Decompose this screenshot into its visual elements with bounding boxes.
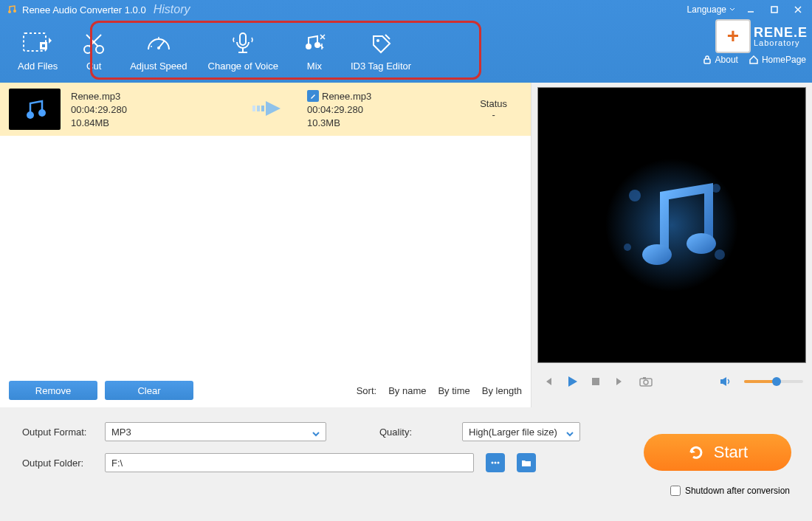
cut-icon <box>80 30 107 56</box>
remove-button[interactable]: Remove <box>9 381 97 400</box>
svg-rect-29 <box>252 106 255 111</box>
sort-label: Sort: <box>357 385 376 396</box>
preview-panel <box>531 83 812 407</box>
maximize-button[interactable] <box>766 4 782 15</box>
output-folder-input[interactable]: F:\ <box>105 453 474 472</box>
svg-point-35 <box>624 244 631 251</box>
svg-point-28 <box>38 109 46 117</box>
output-size: 10.3MB <box>307 117 410 128</box>
close-button[interactable] <box>790 4 806 15</box>
file-row[interactable]: Renee.mp3 00:04:29.280 10.84MB Renee.mp3… <box>0 83 531 136</box>
toolbar: Add Files Cut Adjust Speed Change of Voi… <box>0 18 812 83</box>
svg-point-22 <box>306 44 312 49</box>
svg-point-36 <box>715 249 725 260</box>
svg-point-43 <box>492 462 494 464</box>
microphone-icon <box>230 30 256 56</box>
svg-line-11 <box>89 35 101 46</box>
sort-by-time[interactable]: By time <box>438 385 469 396</box>
output-format-label: Output Format: <box>22 427 96 438</box>
svg-point-14 <box>157 46 160 49</box>
svg-point-23 <box>314 42 320 48</box>
svg-point-18 <box>163 40 165 41</box>
brand-icon <box>715 19 751 53</box>
status-label: Status <box>480 98 507 109</box>
id3-editor-button[interactable]: ID3 Tag Editor <box>340 18 422 83</box>
tag-icon <box>368 30 394 56</box>
svg-point-24 <box>376 39 379 42</box>
svg-line-12 <box>86 35 98 46</box>
open-folder-button[interactable] <box>517 453 536 472</box>
edit-icon <box>307 90 319 102</box>
brand-name: RENE.E <box>754 26 808 39</box>
svg-point-16 <box>153 40 154 41</box>
svg-rect-30 <box>257 106 260 111</box>
svg-point-9 <box>84 46 92 53</box>
source-filename: Renee.mp3 <box>71 91 219 102</box>
language-button[interactable]: Language <box>687 4 735 15</box>
settings-panel: Output Format: MP3 Quality: High(Larger … <box>0 407 812 521</box>
svg-rect-26 <box>704 59 710 63</box>
svg-point-41 <box>644 380 648 384</box>
quality-select[interactable]: High(Larger file size) <box>462 422 580 441</box>
file-thumbnail <box>9 89 61 130</box>
svg-line-25 <box>385 35 390 39</box>
quality-label: Quality: <box>379 427 453 438</box>
svg-rect-42 <box>643 377 646 379</box>
svg-rect-39 <box>592 378 599 385</box>
shutdown-checkbox[interactable]: Shutdown after conversion <box>670 486 790 496</box>
brand-logo-area: RENE.E Laboratory <box>715 19 808 53</box>
svg-rect-31 <box>261 106 264 111</box>
history-button[interactable]: History <box>154 3 190 16</box>
svg-point-0 <box>8 10 11 13</box>
about-link[interactable]: About <box>702 55 738 65</box>
play-button[interactable] <box>564 373 580 390</box>
source-size: 10.84MB <box>71 117 219 128</box>
chevron-down-icon <box>566 429 574 440</box>
sort-by-length[interactable]: By length <box>482 385 522 396</box>
sort-by-name[interactable]: By name <box>388 385 426 396</box>
volume-slider[interactable] <box>744 380 803 383</box>
browse-button[interactable] <box>486 453 505 472</box>
shutdown-checkbox-input[interactable] <box>670 486 681 496</box>
mix-icon <box>301 30 328 56</box>
refresh-icon <box>687 444 705 461</box>
svg-point-27 <box>27 111 34 119</box>
svg-point-37 <box>642 244 672 265</box>
next-button[interactable] <box>611 373 627 390</box>
stop-button[interactable] <box>588 373 604 390</box>
minimize-button[interactable] <box>743 4 759 15</box>
add-files-icon <box>22 30 53 56</box>
gauge-icon <box>145 30 172 56</box>
output-filename: Renee.mp3 <box>322 91 371 102</box>
svg-point-38 <box>687 233 716 254</box>
svg-point-17 <box>158 37 159 38</box>
add-files-button[interactable]: Add Files <box>7 18 68 83</box>
snapshot-button[interactable] <box>638 373 654 390</box>
svg-rect-3 <box>771 7 777 13</box>
start-button[interactable]: Start <box>644 434 791 471</box>
volume-icon[interactable] <box>718 373 734 390</box>
change-voice-button[interactable]: Change of Voice <box>198 18 289 83</box>
titlebar: Renee Audio Converter 1.0.0 History Lang… <box>0 0 812 18</box>
svg-point-32 <box>605 159 738 291</box>
output-duration: 00:04:29.280 <box>307 104 410 115</box>
clear-button[interactable]: Clear <box>105 381 193 400</box>
svg-point-15 <box>151 46 152 47</box>
source-duration: 00:04:29.280 <box>71 104 219 115</box>
svg-point-45 <box>498 462 500 464</box>
svg-rect-8 <box>42 44 45 47</box>
prev-button[interactable] <box>540 373 557 390</box>
app-title: Renee Audio Converter 1.0.0 <box>22 4 146 15</box>
cut-button[interactable]: Cut <box>68 18 120 83</box>
svg-point-10 <box>96 46 103 53</box>
svg-point-33 <box>629 190 641 201</box>
output-folder-label: Output Folder: <box>22 458 96 469</box>
output-format-select[interactable]: MP3 <box>105 422 326 441</box>
status-value: - <box>480 109 507 120</box>
adjust-speed-button[interactable]: Adjust Speed <box>120 18 197 83</box>
homepage-link[interactable]: HomePage <box>749 55 806 65</box>
file-list-panel: Renee.mp3 00:04:29.280 10.84MB Renee.mp3… <box>0 83 531 407</box>
mix-button[interactable]: Mix <box>289 18 340 83</box>
chevron-down-icon <box>312 429 320 440</box>
svg-point-1 <box>13 10 16 13</box>
